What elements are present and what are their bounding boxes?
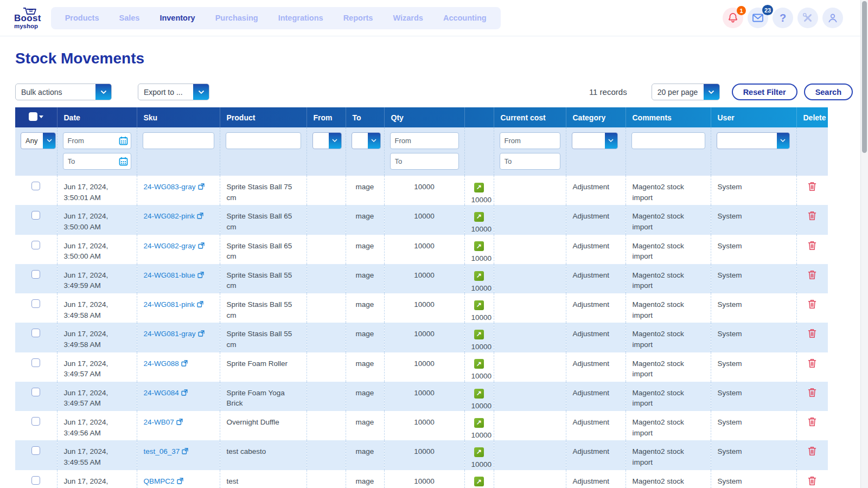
- chevron-down-icon[interactable]: [329, 133, 341, 149]
- category-filter[interactable]: [572, 132, 618, 149]
- sku-filter[interactable]: [143, 132, 214, 149]
- external-link-icon[interactable]: [197, 213, 203, 219]
- row-checkbox[interactable]: [31, 388, 40, 396]
- sku-link[interactable]: 24-WG081-pink: [144, 300, 195, 309]
- search-button[interactable]: Search: [804, 84, 853, 100]
- cost-from-filter[interactable]: [500, 132, 560, 149]
- sku-link[interactable]: 24-WG081-blue: [144, 271, 195, 279]
- external-link-icon[interactable]: [176, 419, 183, 425]
- delete-row-button[interactable]: [808, 182, 816, 195]
- delete-row-button[interactable]: [808, 476, 816, 488]
- sku-link[interactable]: 24-WG084: [144, 389, 179, 397]
- chevron-down-icon[interactable]: [704, 84, 719, 100]
- export-select[interactable]: Export to ...: [138, 84, 209, 100]
- settings-button[interactable]: [797, 8, 818, 28]
- col-header-date[interactable]: Date: [57, 107, 137, 127]
- col-header-sku[interactable]: Sku: [137, 107, 220, 127]
- external-link-icon[interactable]: [181, 389, 188, 396]
- row-checkbox[interactable]: [31, 241, 40, 249]
- chevron-down-icon[interactable]: [43, 133, 55, 149]
- sku-link[interactable]: test_06_37: [144, 447, 180, 455]
- col-header-to[interactable]: To: [346, 107, 384, 127]
- reset-filter-button[interactable]: Reset Filter: [732, 84, 797, 100]
- qty-from-filter[interactable]: [390, 132, 459, 149]
- row-checkbox[interactable]: [31, 329, 40, 337]
- row-checkbox[interactable]: [31, 211, 40, 220]
- delete-row-button[interactable]: [808, 211, 816, 224]
- col-header-from[interactable]: From: [307, 107, 346, 127]
- nav-item-accounting[interactable]: Accounting: [443, 14, 487, 22]
- nav-item-integrations[interactable]: Integrations: [278, 14, 323, 22]
- chevron-down-icon[interactable]: [95, 84, 111, 100]
- chevron-down-icon[interactable]: [193, 84, 209, 100]
- delete-row-button[interactable]: [808, 358, 816, 371]
- row-checkbox[interactable]: [31, 358, 40, 367]
- calendar-icon[interactable]: [119, 157, 128, 166]
- delete-row-button[interactable]: [808, 270, 816, 283]
- col-header-product[interactable]: Product: [220, 107, 307, 127]
- delete-row-button[interactable]: [808, 299, 816, 312]
- row-checkbox[interactable]: [31, 417, 40, 426]
- row-checkbox[interactable]: [31, 270, 40, 279]
- external-link-icon[interactable]: [198, 242, 205, 249]
- calendar-icon[interactable]: [119, 136, 128, 145]
- external-link-icon[interactable]: [182, 448, 188, 454]
- nav-item-inventory[interactable]: Inventory: [159, 14, 195, 22]
- scrollbar-thumb[interactable]: [862, 1, 867, 153]
- sku-link[interactable]: 24-WG082-pink: [144, 212, 195, 220]
- notifications-button[interactable]: 1: [723, 8, 743, 28]
- nav-item-wizards[interactable]: Wizards: [393, 14, 423, 22]
- col-header-qty[interactable]: Qty: [384, 107, 464, 127]
- sku-link[interactable]: 24-WG088: [144, 359, 179, 368]
- profile-button[interactable]: [822, 8, 843, 28]
- external-link-icon[interactable]: [198, 330, 205, 337]
- col-header-user[interactable]: User: [711, 107, 796, 127]
- comments-filter[interactable]: [631, 132, 705, 149]
- nav-item-sales[interactable]: Sales: [119, 14, 140, 22]
- chevron-down-icon[interactable]: [777, 133, 789, 149]
- brand-logo[interactable]: Boost myshop: [14, 7, 41, 30]
- delete-row-button[interactable]: [808, 388, 816, 401]
- external-link-icon[interactable]: [198, 183, 205, 190]
- bulk-actions-select[interactable]: Bulk actions: [15, 84, 112, 100]
- external-link-icon[interactable]: [197, 272, 204, 278]
- per-page-select[interactable]: 20 per page: [652, 84, 720, 100]
- chevron-down-icon[interactable]: [368, 133, 380, 149]
- sku-link[interactable]: QBMPC2: [144, 477, 175, 485]
- from-warehouse-filter[interactable]: [312, 132, 342, 149]
- select-all-checkbox[interactable]: [29, 112, 37, 121]
- delete-row-button[interactable]: [808, 241, 816, 254]
- product-filter[interactable]: [226, 132, 301, 149]
- col-header-category[interactable]: Category: [566, 107, 626, 127]
- select-filter-any[interactable]: Any: [21, 132, 56, 149]
- external-link-icon[interactable]: [197, 301, 203, 307]
- row-checkbox[interactable]: [31, 476, 40, 485]
- col-header-comments[interactable]: Comments: [626, 107, 711, 127]
- row-checkbox[interactable]: [31, 182, 40, 190]
- qty-to-filter[interactable]: [390, 153, 459, 170]
- row-checkbox[interactable]: [31, 299, 40, 308]
- external-link-icon[interactable]: [181, 360, 188, 367]
- user-filter[interactable]: [717, 132, 790, 149]
- sku-link[interactable]: 24-WG082-gray: [144, 242, 196, 250]
- to-warehouse-filter[interactable]: [352, 132, 381, 149]
- chevron-down-icon[interactable]: [39, 115, 43, 118]
- external-link-icon[interactable]: [177, 478, 183, 484]
- vertical-scrollbar[interactable]: [860, 0, 868, 488]
- nav-item-purchasing[interactable]: Purchasing: [215, 14, 258, 22]
- select-all-header[interactable]: [15, 107, 57, 127]
- sku-link[interactable]: 24-WG083-gray: [144, 183, 196, 191]
- nav-item-reports[interactable]: Reports: [343, 14, 373, 22]
- messages-button[interactable]: 23: [748, 8, 768, 28]
- sku-link[interactable]: 24-WB07: [144, 418, 174, 426]
- cost-to-filter[interactable]: [500, 153, 560, 170]
- nav-item-products[interactable]: Products: [65, 14, 99, 22]
- delete-row-button[interactable]: [808, 446, 816, 459]
- col-header-current-cost[interactable]: Current cost: [494, 107, 566, 127]
- row-checkbox[interactable]: [31, 446, 40, 455]
- delete-row-button[interactable]: [808, 417, 816, 430]
- help-button[interactable]: ?: [773, 8, 793, 28]
- delete-row-button[interactable]: [808, 329, 816, 342]
- chevron-down-icon[interactable]: [605, 133, 617, 149]
- sku-link[interactable]: 24-WG081-gray: [144, 330, 196, 338]
